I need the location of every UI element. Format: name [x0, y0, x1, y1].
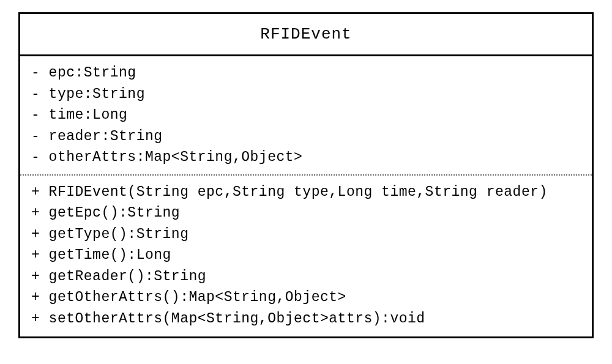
method-line: + getOtherAttrs():Map<String,Object>	[31, 287, 581, 308]
attributes-section: - epc:String - type:String - time:Long -…	[20, 56, 592, 176]
class-name: RFIDEvent	[260, 25, 351, 43]
attribute-line: - reader:String	[31, 126, 581, 147]
method-line: + setOtherAttrs(Map<String,Object>attrs)…	[31, 308, 581, 330]
methods-section: + RFIDEvent(String epc,String type,Long …	[20, 176, 592, 337]
method-line: + RFIDEvent(String epc,String type,Long …	[31, 182, 581, 203]
method-line: + getReader():String	[31, 266, 581, 288]
attribute-line: - type:String	[31, 84, 581, 105]
uml-class-diagram: RFIDEvent - epc:String - type:String - t…	[18, 12, 594, 338]
method-line: + getTime():Long	[31, 245, 581, 266]
attribute-line: - epc:String	[31, 62, 581, 84]
method-line: + getType():String	[31, 224, 581, 245]
method-line: + getEpc():String	[31, 202, 581, 224]
attribute-line: - otherAttrs:Map<String,Object>	[31, 147, 581, 168]
class-name-section: RFIDEvent	[20, 14, 592, 56]
attribute-line: - time:Long	[31, 105, 581, 126]
